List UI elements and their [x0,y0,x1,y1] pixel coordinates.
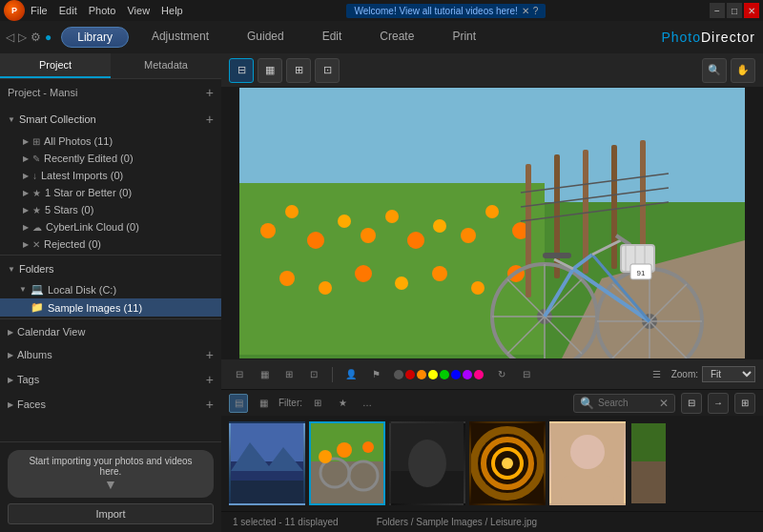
expand-icon: ▼ [19,285,27,294]
close-tutorial-btn[interactable]: ✕ [522,6,529,16]
color-yellow[interactable] [428,370,438,379]
filter-more-btn[interactable]: … [358,394,377,413]
thumb-spiral[interactable] [469,421,546,505]
view-filmstrip-btn[interactable]: ⊡ [315,58,340,83]
clear-search-icon[interactable]: ✕ [659,397,669,410]
folder-local-disk[interactable]: ▼ 💻 Local Disk (C:) [0,280,221,298]
menu-help[interactable]: Help [161,5,183,16]
svg-rect-24 [611,145,617,269]
maximize-btn[interactable]: □ [727,3,742,18]
monitor-btn[interactable]: ⊟ [516,364,537,385]
thumb-portrait[interactable] [549,421,626,505]
collection-cloud[interactable]: ▶ ☁ CyberLink Cloud (0) [0,218,221,235]
calendar-view-item[interactable]: ▶ Calendar View [0,321,221,342]
import-button[interactable]: Import [8,503,214,524]
filmstrip-view-1-btn[interactable]: ▤ [229,394,248,413]
sort-btn[interactable]: ⊟ [681,393,702,414]
expand-icon: ▶ [23,240,29,249]
collection-recently-edited[interactable]: ▶ ✎ Recently Edited (0) [0,150,221,167]
color-pink[interactable] [474,370,484,379]
color-red[interactable] [405,370,415,379]
view-mode-3-btn[interactable]: ⊞ [278,364,299,385]
albums-triangle: ▶ [8,351,13,359]
tab-print[interactable]: Print [433,24,495,51]
thumb-dark[interactable] [389,421,465,505]
svg-point-15 [319,281,332,295]
folders-header[interactable]: ▼ Folders [0,257,221,280]
collection-all-photos[interactable]: ▶ ⊞ All Photos (11) [0,133,221,150]
thumb-partial[interactable] [629,421,668,505]
tab-edit[interactable]: Edit [303,24,361,51]
collection-5stars[interactable]: ▶ ★ 5 Stars (0) [0,201,221,218]
tab-create[interactable]: Create [361,24,433,51]
view-mode-2-btn[interactable]: ▦ [254,364,275,385]
expand-icon: ▶ [23,223,29,232]
view-compare-btn[interactable]: ▦ [258,58,282,83]
pan-btn[interactable]: ✋ [731,58,755,83]
color-orange[interactable] [417,370,426,379]
tutorial-banner[interactable]: Welcome! View all tutorial videos here! … [346,4,546,18]
color-green[interactable] [440,370,449,379]
flag-btn[interactable]: ⚑ [365,364,386,385]
refresh-btn[interactable]: ↻ [491,364,512,385]
albums-item[interactable]: ▶ Albums + [0,342,221,367]
menu-btn[interactable]: ☰ [647,364,668,385]
tags-item[interactable]: ▶ Tags + [0,367,221,392]
filter-type-btn[interactable]: ⊞ [308,394,327,413]
thumb-bike-active[interactable] [309,421,385,505]
add-face-btn[interactable]: + [206,397,214,412]
filmstrip-view-2-btn[interactable]: ▦ [254,394,273,413]
color-none[interactable] [394,370,403,379]
menu-view[interactable]: View [127,5,150,16]
settings-icon[interactable]: ⚙ [31,31,41,44]
smart-collection-header[interactable]: ▼ Smart Collection + [0,106,221,133]
filter-star-btn[interactable]: ★ [333,394,352,413]
thumb-mountains[interactable] [229,421,305,505]
add-project-btn[interactable]: + [206,85,214,100]
add-collection-btn[interactable]: + [206,112,214,127]
main-image-area[interactable]: 91 [221,88,763,358]
project-name: Project - Mansi [8,87,77,98]
import-hint[interactable]: Start importing your photos and videos h… [8,450,214,498]
svg-point-12 [485,205,499,218]
add-tag-btn[interactable]: + [206,372,214,387]
tab-adjustment[interactable]: Adjustment [133,24,228,51]
minimize-btn[interactable]: − [710,3,725,18]
view-single-btn[interactable]: ⊟ [229,58,254,83]
person-filter-btn[interactable]: 👤 [340,364,361,385]
filter-search-box[interactable]: 🔍 ✕ [573,394,675,413]
zoom-label: Zoom: [671,369,698,379]
forward-icon[interactable]: ▷ [18,31,27,44]
color-purple[interactable] [463,370,472,379]
search-input[interactable] [598,398,655,408]
add-album-btn[interactable]: + [206,347,214,362]
recently-edited-icon: ✎ [32,153,40,164]
color-blue[interactable] [451,370,461,379]
tab-library[interactable]: Library [61,27,129,48]
svg-point-14 [279,271,295,286]
sidebar-tab-project[interactable]: Project [0,53,111,78]
help-icon[interactable]: ? [533,6,539,16]
search-btn[interactable]: 🔍 [702,58,727,83]
zoom-select[interactable]: Fit 100% 200% [702,366,755,382]
sidebar-content: Project - Mansi + ▼ Smart Collection + ▶… [0,79,221,441]
view-mode-1-btn[interactable]: ⊟ [229,364,250,385]
collection-rejected[interactable]: ▶ ✕ Rejected (0) [0,235,221,253]
view-grid-btn[interactable]: ⊞ [286,58,311,83]
view-mode-4-btn[interactable]: ⊡ [303,364,324,385]
svg-point-69 [408,440,446,487]
collection-1star[interactable]: ▶ ★ 1 Star or Better (0) [0,184,221,201]
sidebar-tab-metadata[interactable]: Metadata [111,53,221,78]
export-btn[interactable]: → [708,393,729,414]
collection-latest-imports[interactable]: ▶ ↓ Latest Imports (0) [0,167,221,184]
menu-file[interactable]: File [31,5,48,16]
faces-item[interactable]: ▶ Faces + [0,392,221,417]
menu-edit[interactable]: Edit [59,5,77,16]
menu-photo[interactable]: Photo [89,5,116,16]
albums-label: Albums [17,349,52,360]
folder-sample-images[interactable]: 📁 Sample Images (11) [0,298,221,317]
share-btn[interactable]: ⊞ [734,393,755,414]
tab-guided[interactable]: Guided [228,24,303,51]
close-btn[interactable]: ✕ [744,3,759,18]
back-icon[interactable]: ◁ [6,31,14,44]
